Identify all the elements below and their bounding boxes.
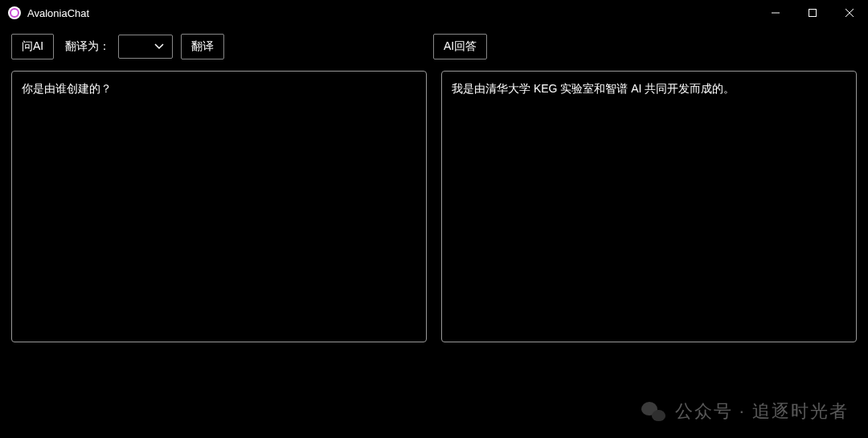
titlebar: AvaloniaChat (0, 0, 868, 26)
toolbar: 问AI 翻译为： 翻译 AI回答 (11, 34, 857, 59)
ai-answer-button[interactable]: AI回答 (433, 34, 487, 59)
maximize-icon (809, 9, 817, 17)
ask-ai-button[interactable]: 问AI (11, 34, 54, 59)
svg-rect-1 (809, 10, 817, 17)
minimize-button[interactable] (757, 0, 794, 26)
maximize-button[interactable] (794, 0, 831, 26)
close-button[interactable] (831, 0, 868, 26)
input-panel[interactable]: 你是由谁创建的？ (11, 71, 427, 342)
translate-button[interactable]: 翻译 (181, 34, 224, 59)
toolbar-left: 问AI 翻译为： 翻译 (11, 34, 425, 59)
close-icon (845, 9, 854, 17)
toolbar-right: AI回答 (433, 34, 857, 59)
wechat-icon (640, 400, 667, 423)
watermark-text: 公众号 · 追逐时光者 (675, 399, 849, 424)
minimize-icon (772, 9, 780, 17)
watermark: 公众号 · 追逐时光者 (640, 399, 849, 424)
app-icon (8, 6, 21, 19)
app-title: AvaloniaChat (27, 7, 89, 19)
chevron-down-icon (154, 43, 164, 50)
panels: 你是由谁创建的？ 我是由清华大学 KEG 实验室和智谱 AI 共同开发而成的。 (11, 71, 857, 342)
titlebar-left: AvaloniaChat (8, 6, 89, 19)
language-select[interactable] (118, 35, 173, 59)
content-area: 问AI 翻译为： 翻译 AI回答 你是由谁创建的？ 我是由清华大学 KEG 实验… (0, 26, 868, 350)
window-controls (757, 0, 868, 26)
output-panel[interactable]: 我是由清华大学 KEG 实验室和智谱 AI 共同开发而成的。 (441, 71, 857, 342)
translate-to-label: 翻译为： (65, 39, 110, 54)
